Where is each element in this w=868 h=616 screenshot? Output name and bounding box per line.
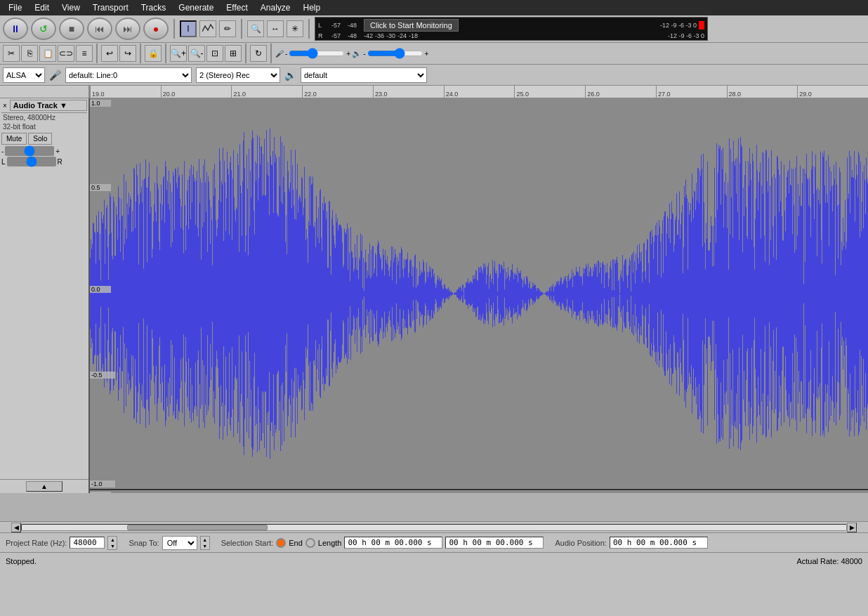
menu-analyze[interactable]: Analyze: [255, 1, 296, 14]
output-device-select[interactable]: default: [301, 67, 427, 83]
pan-left-label: L: [1, 158, 6, 166]
loop-button[interactable]: ↻: [250, 45, 267, 62]
sel-start-input[interactable]: [344, 537, 442, 549]
vu-scale-48-1: -48: [348, 22, 362, 29]
fit-width-button[interactable]: ⊞: [225, 45, 242, 62]
sel-end-input[interactable]: [445, 537, 544, 549]
speaker-volume-slider[interactable]: [367, 48, 423, 58]
end-radio[interactable]: [276, 538, 286, 548]
zoom-in-button[interactable]: 🔍+: [170, 45, 187, 62]
hscroll-track[interactable]: [21, 524, 847, 531]
project-rate-field: Project Rate (Hz): ▲ ▼: [6, 536, 117, 550]
sync-button[interactable]: 🔒: [145, 45, 162, 62]
upper-waveform-canvas: [90, 98, 868, 489]
menu-generate[interactable]: Generate: [173, 1, 219, 14]
vu-lr-label-1: L: [318, 22, 329, 29]
stop-button[interactable]: ■: [59, 18, 84, 40]
trim-button[interactable]: ⊂⊃: [58, 45, 74, 62]
zoom-tool-button[interactable]: 🔍: [247, 20, 264, 37]
length-radio[interactable]: [305, 538, 315, 548]
copy-button[interactable]: ⎘: [21, 45, 38, 62]
vu-right-scale-1: -12 -9 -6 -3 0: [461, 22, 697, 29]
lower-channel[interactable]: 1.0 0.5 0.0 -0.5 -1.0: [90, 490, 868, 493]
menu-help[interactable]: Help: [298, 1, 327, 14]
snap-select[interactable]: Off: [162, 536, 197, 550]
pan-row: L R: [1, 157, 87, 166]
monitoring-button[interactable]: Click to Start Monitoring: [364, 19, 459, 32]
project-rate-label: Project Rate (Hz):: [6, 539, 67, 547]
separator2: [241, 19, 242, 39]
paste-button[interactable]: 📋: [39, 45, 56, 62]
snap-down[interactable]: ▼: [201, 543, 209, 549]
ruler-tick-6: 25.0: [514, 86, 585, 98]
snap-spinbox[interactable]: ▲ ▼: [200, 536, 210, 550]
silence-button[interactable]: ≡: [76, 45, 93, 62]
rate-down-button[interactable]: ▼: [108, 543, 117, 549]
track-close-button[interactable]: ×: [1, 102, 8, 110]
pause-button[interactable]: ⏸: [3, 18, 28, 40]
ruler-tick-0: 19.0: [90, 86, 161, 98]
ruler-tick-9: 28.0: [727, 86, 798, 98]
end-label: End: [289, 539, 303, 547]
fit-zoom-button[interactable]: ⊡: [206, 45, 223, 62]
record-button[interactable]: ●: [143, 18, 169, 40]
upper-channel[interactable]: 1.0 0.5 0.0 -0.5 -1.0: [90, 98, 868, 490]
audio-host-select[interactable]: ALSA: [3, 67, 45, 83]
cut-button[interactable]: ✂: [3, 45, 20, 62]
length-label: Length: [318, 539, 342, 547]
audio-position-field: Audio Position:: [555, 537, 707, 549]
track-header: × Audio Track ▼: [1, 100, 87, 113]
replay-button[interactable]: ↺: [31, 18, 56, 40]
track-info-bitdepth: 32-bit float: [1, 122, 87, 131]
pan-slider[interactable]: [7, 157, 56, 166]
redo-button[interactable]: ↪: [119, 45, 136, 62]
end-length-radios: End Length: [276, 538, 341, 548]
rate-up-button[interactable]: ▲: [108, 537, 117, 543]
hscroll-thumb[interactable]: [127, 525, 268, 530]
project-rate-input[interactable]: [70, 537, 105, 549]
menu-edit[interactable]: Edit: [29, 1, 55, 14]
scroll-right-arrow[interactable]: ▶: [847, 523, 857, 532]
timeline-ruler: 19.0 20.0 21.0 22.0 23.0 24.0 25.0 26.0 …: [90, 86, 868, 98]
envelope-tool-button[interactable]: [199, 20, 216, 37]
project-rate-spinbox[interactable]: ▲ ▼: [107, 536, 117, 550]
audio-pos-input[interactable]: [610, 537, 708, 549]
menu-tracks[interactable]: Tracks: [136, 1, 172, 14]
ruler-tick-10: 29.0: [797, 86, 868, 98]
mic-volume-slider[interactable]: [289, 48, 345, 58]
ruler-tick-4: 23.0: [373, 86, 444, 98]
track-control-panel: × Audio Track ▼ Stereo, 48000Hz 32-bit f…: [0, 98, 90, 493]
channel-select[interactable]: 2 (Stereo) Rec: [196, 67, 280, 83]
waveform-display: 1.0 0.5 0.0 -0.5 -1.0 1.0 0.5 0.0 -0.5 -…: [90, 98, 868, 493]
ruler-tick-1: 20.0: [161, 86, 232, 98]
audio-pos-label: Audio Position:: [555, 539, 606, 547]
rewind-button[interactable]: ⏮: [87, 18, 112, 40]
pencil-tool-button[interactable]: ✏: [219, 20, 236, 37]
vu-scale-57-2: -57: [331, 32, 346, 39]
vu-right-scale-2: -12 -9 -6 -3 0: [420, 32, 704, 39]
vu-scale-30: -30: [386, 32, 395, 39]
separator1: [173, 19, 175, 39]
forward-button[interactable]: ⏭: [115, 18, 140, 40]
vol-plus: +: [346, 50, 350, 58]
menu-transport[interactable]: Transport: [87, 1, 134, 14]
menu-file[interactable]: File: [3, 1, 27, 14]
snap-up[interactable]: ▲: [201, 537, 209, 543]
undo-button[interactable]: ↩: [101, 45, 118, 62]
scroll-left-arrow[interactable]: ◀: [11, 523, 21, 532]
solo-button[interactable]: Solo: [28, 133, 52, 145]
select-tool-button[interactable]: I: [180, 20, 197, 37]
track-collapse-button[interactable]: ▲: [26, 481, 63, 492]
menu-view[interactable]: View: [56, 1, 86, 14]
zoom-out-button[interactable]: 🔍-: [188, 45, 205, 62]
input-device-select[interactable]: default: Line:0: [65, 67, 192, 83]
gain-slider[interactable]: [5, 146, 54, 156]
track-name-dropdown[interactable]: Audio Track ▼: [10, 100, 87, 111]
menu-effect[interactable]: Effect: [221, 1, 253, 14]
vu-lr-label-2: R: [318, 32, 329, 39]
mute-button[interactable]: Mute: [1, 133, 27, 145]
sep-edit: [96, 44, 98, 63]
separator3: [308, 19, 310, 39]
multitool-button[interactable]: ✳: [287, 20, 303, 37]
timeshift-tool-button[interactable]: ↔: [267, 20, 284, 37]
